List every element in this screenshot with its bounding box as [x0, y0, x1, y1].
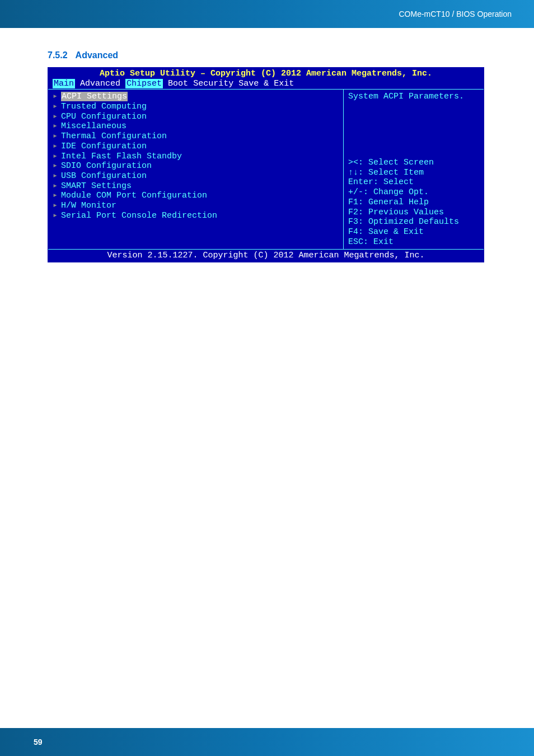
- section-title: Advanced: [76, 50, 118, 60]
- menu-label: Intel Fast Flash Standby: [61, 152, 182, 161]
- menu-label: Thermal Configuration: [61, 132, 167, 141]
- tab-spacer: [233, 79, 238, 88]
- page-footer: 59: [0, 728, 534, 756]
- tab-spacer: [120, 79, 125, 88]
- menu-label: Module COM Port Configuration: [61, 191, 207, 200]
- bios-body: ▸ACPI Settings ▸Trusted Computing ▸CPU C…: [48, 89, 484, 249]
- chevron-right-icon: ▸: [53, 211, 58, 220]
- content-area: 7.5.2Advanced Aptio Setup Utility – Copy…: [0, 28, 534, 262]
- tab-security[interactable]: Security: [193, 79, 233, 88]
- menu-label: USB Configuration: [61, 171, 147, 181]
- menu-thermal-configuration[interactable]: ▸Thermal Configuration: [53, 132, 339, 142]
- chevron-right-icon: ▸: [53, 142, 58, 151]
- chevron-right-icon: ▸: [53, 201, 58, 210]
- menu-label: IDE Configuration: [61, 142, 147, 151]
- help-panel: System ACPI Parameters. ><: Select Scree…: [344, 90, 484, 249]
- chevron-right-icon: ▸: [53, 92, 58, 101]
- tab-boot[interactable]: Boot: [168, 79, 188, 88]
- chevron-right-icon: ▸: [53, 171, 58, 181]
- tab-save-exit[interactable]: Save & Exit: [238, 79, 294, 88]
- tab-advanced[interactable]: Advanced: [80, 79, 120, 88]
- spacer: [348, 102, 479, 158]
- menu-label: Serial Port Console Redirection: [61, 211, 217, 220]
- bios-window: Aptio Setup Utility – Copyright (C) 2012…: [48, 67, 484, 262]
- chevron-right-icon: ▸: [53, 121, 58, 131]
- nav-esc-exit: ESC: Exit: [348, 237, 479, 247]
- tab-spacer: [188, 79, 193, 88]
- menu-label: CPU Configuration: [61, 112, 147, 121]
- section-heading: 7.5.2Advanced: [48, 50, 486, 60]
- menu-cpu-configuration[interactable]: ▸CPU Configuration: [53, 112, 339, 122]
- bios-footer: Version 2.15.1227. Copyright (C) 2012 Am…: [48, 249, 484, 262]
- menu-label: SDIO Configuration: [61, 161, 152, 171]
- chevron-right-icon: ▸: [53, 181, 58, 191]
- menu-label: H/W Monitor: [61, 201, 116, 210]
- menu-serial-port-console[interactable]: ▸Serial Port Console Redirection: [53, 211, 339, 221]
- menu-usb-configuration[interactable]: ▸USB Configuration: [53, 171, 339, 181]
- menu-label: Miscellaneous: [61, 121, 127, 131]
- menu-label: Trusted Computing: [61, 102, 147, 111]
- menu-acpi-settings[interactable]: ▸ACPI Settings: [53, 92, 339, 102]
- menu-ide-configuration[interactable]: ▸IDE Configuration: [53, 142, 339, 152]
- section-number: 7.5.2: [48, 50, 68, 60]
- top-banner: COMe-mCT10 / BIOS Operation: [0, 0, 534, 28]
- tab-chipset[interactable]: Chipset: [125, 79, 163, 88]
- nav-save-exit: F4: Save & Exit: [348, 227, 479, 237]
- menu-module-com-port[interactable]: ▸Module COM Port Configuration: [53, 191, 339, 201]
- tab-main[interactable]: Main: [53, 79, 75, 88]
- nav-select-screen: ><: Select Screen: [348, 158, 479, 168]
- chevron-right-icon: ▸: [53, 102, 58, 111]
- page-number: 59: [34, 738, 43, 746]
- nav-enter-select: Enter: Select: [348, 177, 479, 187]
- banner-title: COMe-mCT10 / BIOS Operation: [399, 10, 512, 18]
- nav-optimized-defaults: F3: Optimized Defaults: [348, 217, 479, 227]
- chevron-right-icon: ▸: [53, 161, 58, 171]
- chevron-right-icon: ▸: [53, 152, 58, 161]
- menu-label: SMART Settings: [61, 181, 132, 191]
- menu-panel: ▸ACPI Settings ▸Trusted Computing ▸CPU C…: [48, 90, 344, 249]
- help-description: System ACPI Parameters.: [348, 92, 479, 102]
- bios-tabs: Main Advanced Chipset Boot Security Save…: [48, 79, 484, 90]
- nav-select-item: ↑↓: Select Item: [348, 168, 479, 178]
- menu-miscellaneous[interactable]: ▸Miscellaneous: [53, 121, 339, 132]
- nav-previous-values: F2: Previous Values: [348, 208, 479, 218]
- nav-general-help: F1: General Help: [348, 198, 479, 208]
- tab-spacer: [163, 79, 168, 88]
- bios-header: Aptio Setup Utility – Copyright (C) 2012…: [48, 68, 484, 79]
- menu-hw-monitor[interactable]: ▸H/W Monitor: [53, 201, 339, 211]
- chevron-right-icon: ▸: [53, 132, 58, 141]
- nav-change-opt: +/-: Change Opt.: [348, 187, 479, 198]
- menu-label: ACPI Settings: [61, 92, 128, 101]
- tab-spacer: [75, 79, 80, 88]
- menu-sdio-configuration[interactable]: ▸SDIO Configuration: [53, 161, 339, 171]
- menu-intel-fast-flash[interactable]: ▸Intel Fast Flash Standby: [53, 152, 339, 162]
- menu-trusted-computing[interactable]: ▸Trusted Computing: [53, 102, 339, 112]
- chevron-right-icon: ▸: [53, 112, 58, 121]
- menu-smart-settings[interactable]: ▸SMART Settings: [53, 181, 339, 191]
- chevron-right-icon: ▸: [53, 191, 58, 200]
